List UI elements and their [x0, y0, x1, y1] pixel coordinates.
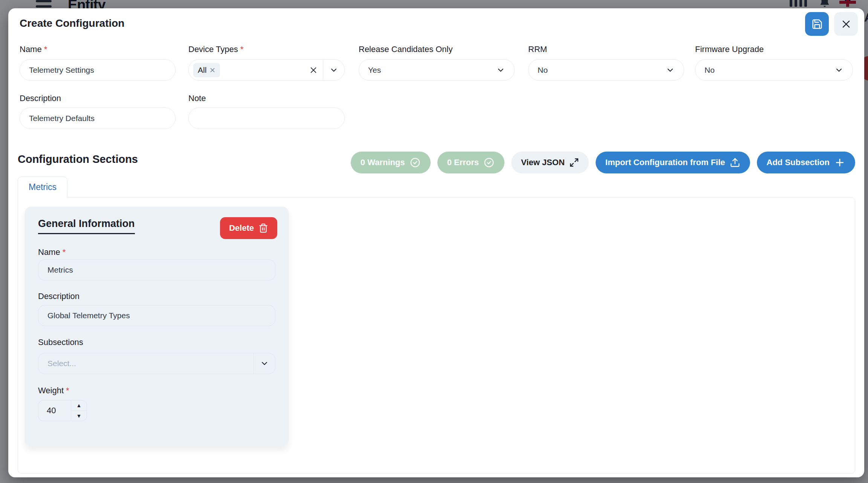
warnings-badge[interactable]: 0 Warnings	[351, 152, 431, 173]
description-input[interactable]	[20, 107, 176, 129]
firmware-upgrade-select[interactable]: No	[695, 59, 853, 81]
chevron-down-icon	[666, 66, 675, 75]
chevron-down-icon	[254, 359, 275, 368]
configuration-sections-title: Configuration Sections	[18, 153, 138, 166]
firmware-upgrade-label: Firmware Upgrade	[695, 44, 764, 54]
check-circle-icon	[483, 157, 495, 168]
metrics-tab-panel: General Information Delete Name* Desc	[18, 197, 855, 474]
release-candidates-label: Release Candidates Only	[359, 44, 452, 54]
close-icon	[841, 19, 851, 29]
create-configuration-modal: Create Configuration Name* Device Types*…	[8, 8, 864, 477]
name-label: Name*	[20, 44, 47, 54]
note-input[interactable]	[188, 107, 345, 129]
weight-stepper[interactable]: ▲ ▼	[38, 400, 87, 421]
subsections-label: Subsections	[38, 337, 83, 347]
check-circle-icon	[410, 157, 421, 168]
device-type-chip[interactable]: All	[193, 63, 220, 77]
subsections-select[interactable]: Select...	[38, 353, 275, 374]
release-candidates-select[interactable]: Yes	[359, 59, 515, 81]
chevron-down-icon	[834, 66, 844, 75]
plus-icon	[834, 157, 845, 168]
chip-remove-icon[interactable]	[209, 67, 215, 73]
clear-selection-icon[interactable]	[304, 66, 323, 74]
device-types-select[interactable]: All	[188, 59, 345, 81]
section-name-label: Name*	[38, 247, 66, 257]
name-input[interactable]	[20, 59, 176, 81]
stepper-up-icon[interactable]: ▲	[71, 400, 87, 411]
device-types-label: Device Types*	[188, 44, 243, 54]
chevron-down-icon	[496, 66, 505, 75]
chevron-down-icon[interactable]	[323, 66, 344, 75]
errors-badge[interactable]: 0 Errors	[437, 152, 504, 173]
stepper-down-icon[interactable]: ▼	[71, 411, 87, 421]
modal-title: Create Configuration	[20, 17, 124, 29]
description-label: Description	[20, 94, 61, 103]
weight-label: Weight*	[38, 386, 69, 396]
section-actions: 0 Warnings 0 Errors View JSON	[351, 152, 855, 173]
tab-metrics[interactable]: Metrics	[18, 176, 67, 198]
section-description-input[interactable]	[38, 305, 275, 326]
expand-icon	[569, 158, 579, 167]
card-title: General Information	[38, 218, 135, 234]
section-description-label: Description	[38, 291, 79, 301]
rrm-label: RRM	[528, 44, 547, 54]
add-subsection-button[interactable]: Add Subsection	[757, 152, 855, 173]
trash-icon	[258, 223, 268, 233]
section-name-input[interactable]	[38, 259, 275, 281]
save-icon	[811, 18, 823, 30]
rrm-select[interactable]: No	[528, 59, 684, 81]
close-button[interactable]	[834, 12, 858, 36]
upload-icon	[730, 157, 740, 168]
general-information-card: General Information Delete Name* Desc	[25, 207, 289, 446]
weight-input[interactable]	[38, 400, 71, 421]
save-button[interactable]	[805, 12, 829, 36]
view-json-button[interactable]: View JSON	[511, 152, 589, 173]
note-label: Note	[188, 94, 206, 103]
delete-section-button[interactable]: Delete	[220, 217, 277, 239]
import-configuration-button[interactable]: Import Configuration from File	[596, 152, 750, 173]
